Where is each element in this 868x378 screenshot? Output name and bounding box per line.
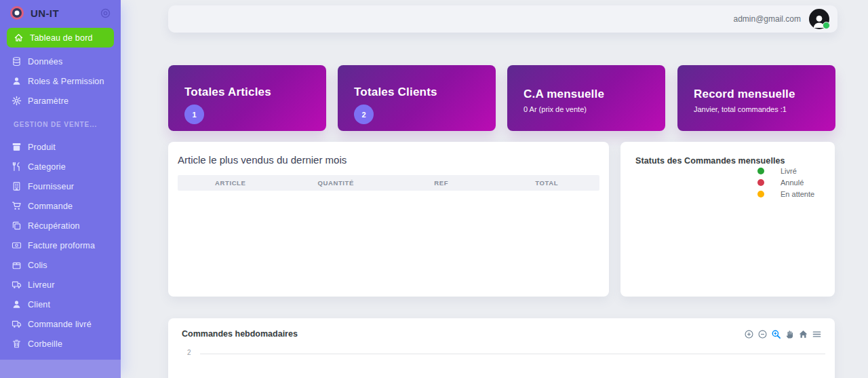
truck-icon	[12, 319, 22, 329]
legend-item-en-attente[interactable]: En attente	[757, 188, 820, 200]
avatar[interactable]	[809, 9, 829, 29]
legend-item-livre[interactable]: Livré	[757, 165, 820, 176]
box-icon	[12, 142, 22, 152]
sidebar-item-livreur[interactable]: Livreur	[0, 275, 121, 295]
sidebar-section-gestion-de-vente: GESTION DE VENTE...	[14, 121, 121, 128]
chart-gridline	[200, 354, 825, 354]
legend-label: Livré	[781, 167, 820, 175]
column-header-total: TOTAL	[494, 179, 600, 187]
column-header-quantite: QUANTITÉ	[283, 179, 389, 187]
sidebar-item-roles-permission[interactable]: Roles & Permission	[0, 71, 121, 91]
status-panel: Statuts des Commandes mensuelles Livré A…	[620, 142, 835, 297]
weekly-panel: Commandes hebdomadaires 2	[168, 318, 835, 378]
main-content: admin@gmail.com Totales Articles 1 Total…	[121, 0, 868, 378]
chart-toolbar	[744, 329, 822, 339]
sidebar: UN-IT Tableau de bord Données Roles & Pe…	[0, 0, 121, 378]
sidebar-item-label: Produit	[28, 143, 56, 152]
legend-dot-green	[757, 168, 764, 174]
sidebar-item-label: Categorie	[28, 162, 66, 172]
trash-icon	[12, 339, 22, 349]
legend-label: En attente	[781, 190, 820, 198]
sidebar-item-client[interactable]: Client	[0, 295, 121, 314]
gear-icon	[12, 96, 22, 106]
user-icon	[12, 76, 22, 86]
sidebar-item-corbeille[interactable]: Corbeille	[0, 334, 121, 354]
online-status-dot	[823, 22, 830, 29]
stat-card-badge: 2	[354, 105, 374, 124]
sidebar-item-label: Paramètre	[28, 96, 68, 106]
sidebar-item-label: Tableau de bord	[30, 33, 93, 43]
sidebar-item-label: Client	[28, 300, 50, 309]
sidebar-item-tableau-de-bord[interactable]: Tableau de bord	[7, 28, 114, 48]
sidebar-item-recuperation[interactable]: Récupération	[0, 216, 121, 235]
home-reset-icon[interactable]	[798, 329, 808, 339]
sidebar-item-parametre[interactable]: Paramètre	[0, 91, 121, 111]
database-icon	[12, 56, 22, 67]
copy-icon	[12, 221, 22, 231]
sidebar-item-label: Fournisseur	[28, 182, 74, 191]
app-title: UN-IT	[31, 7, 100, 19]
sidebar-item-label: Roles & Permission	[28, 77, 104, 86]
sidebar-item-categorie[interactable]: Categorie	[0, 157, 121, 176]
building-icon	[12, 181, 22, 191]
sidebar-item-facture-proforma[interactable]: Facture proforma	[0, 235, 121, 255]
sidebar-item-fournisseur[interactable]: Fournisseur	[0, 176, 121, 196]
sidebar-item-label: Facture proforma	[28, 241, 95, 250]
status-panel-title: Statuts des Commandes mensuelles	[635, 156, 835, 166]
legend-dot-yellow	[757, 191, 764, 197]
weekly-panel-title: Commandes hebdomadaires	[182, 329, 835, 339]
topbar: admin@gmail.com	[168, 5, 837, 33]
column-header-article: ARTICLE	[178, 179, 283, 187]
sidebar-item-donnees[interactable]: Données	[0, 52, 121, 71]
legend-dot-red	[757, 179, 764, 186]
stat-card-title: Totales Articles	[184, 86, 326, 99]
sidebar-item-label: Commande	[28, 202, 73, 211]
legend-label: Annulé	[781, 178, 820, 187]
stat-card-record-mensuelle: Record mensuelle Janvier, total commande…	[677, 65, 835, 131]
chart-legend: Livré Annulé En attente	[757, 165, 820, 200]
money-icon	[12, 240, 22, 250]
cart-icon	[12, 201, 22, 211]
column-header-ref: REF	[389, 179, 494, 187]
stat-card-badge: 1	[184, 105, 204, 124]
menu-icon[interactable]	[812, 329, 822, 339]
user-email: admin@gmail.com	[733, 14, 801, 24]
sidebar-item-label: Données	[28, 57, 62, 67]
user-icon	[12, 299, 22, 309]
stat-card-subtitle: 0 Ar (prix de vente)	[524, 105, 665, 113]
stat-card-totales-clients: Totales Clients 2	[338, 65, 496, 131]
sidebar-toggle-icon[interactable]	[100, 7, 111, 19]
package-icon	[12, 260, 22, 270]
zoom-out-icon[interactable]	[757, 329, 768, 339]
home-icon	[14, 33, 24, 43]
sidebar-item-commande[interactable]: Commande	[0, 196, 121, 216]
pan-icon[interactable]	[785, 329, 795, 339]
legend-item-annule[interactable]: Annulé	[757, 176, 820, 188]
stat-card-ca-mensuelle: C.A mensuelle 0 Ar (prix de vente)	[507, 65, 665, 131]
truck-icon	[12, 280, 22, 290]
sidebar-header: UN-IT	[0, 0, 121, 26]
y-axis-tick: 2	[187, 349, 191, 356]
sidebar-item-colis[interactable]: Colis	[0, 255, 121, 275]
articles-panel: Article le plus vendus du dernier mois A…	[168, 142, 609, 297]
stat-card-title: C.A mensuelle	[524, 88, 665, 101]
sidebar-item-label: Corbeille	[28, 339, 62, 349]
sidebar-item-label: Récupération	[28, 221, 80, 231]
articles-panel-title: Article le plus vendus du dernier mois	[178, 154, 599, 166]
utensils-icon	[12, 162, 22, 172]
sidebar-item-label: Livreur	[28, 280, 55, 290]
stat-card-title: Record mensuelle	[694, 88, 835, 101]
zoom-in-icon[interactable]	[744, 329, 754, 339]
app-logo-dot	[15, 11, 20, 16]
selection-zoom-icon[interactable]	[771, 329, 781, 339]
stat-card-title: Totales Clients	[354, 86, 496, 99]
sidebar-item-commande-livre[interactable]: Commande livré	[0, 314, 121, 334]
sidebar-footer-strip	[0, 360, 121, 378]
sidebar-item-label: Colis	[28, 261, 47, 270]
sidebar-item-produit[interactable]: Produit	[0, 137, 121, 157]
stat-card-totales-articles: Totales Articles 1	[168, 65, 326, 131]
stat-card-subtitle: Janvier, total commandes :1	[694, 105, 835, 113]
app-logo	[10, 6, 24, 20]
articles-table-header: ARTICLE QUANTITÉ REF TOTAL	[178, 175, 599, 191]
sidebar-item-label: Commande livré	[28, 320, 92, 329]
